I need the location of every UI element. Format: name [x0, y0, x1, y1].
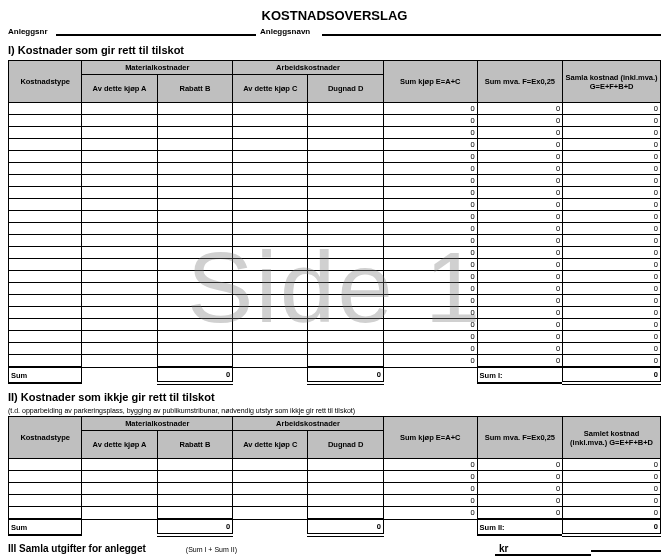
cell-f: 0	[477, 283, 563, 295]
cell-c	[233, 259, 308, 271]
cell-c	[233, 295, 308, 307]
cell-b	[157, 175, 232, 187]
hdr2-e: Sum kjøp E=A+C	[383, 417, 477, 459]
cell-c	[233, 139, 308, 151]
cell-type	[9, 175, 82, 187]
cell-f: 0	[477, 139, 563, 151]
cell-type	[9, 259, 82, 271]
table-row: 000	[9, 223, 661, 235]
table-row: 000	[9, 495, 661, 507]
cell-f: 0	[477, 151, 563, 163]
cell-a	[82, 283, 157, 295]
cell-d	[308, 103, 383, 115]
cell-type	[9, 319, 82, 331]
cell-f: 0	[477, 459, 563, 471]
cell-e: 0	[383, 211, 477, 223]
table-row: 000	[9, 259, 661, 271]
cell-d	[308, 459, 383, 471]
cell-g: 0	[563, 459, 661, 471]
cell-d	[308, 199, 383, 211]
cell-f: 0	[477, 163, 563, 175]
cell-d	[308, 319, 383, 331]
cell-type	[9, 471, 82, 483]
cell-e: 0	[383, 295, 477, 307]
table-row: 000	[9, 211, 661, 223]
cell-type	[9, 483, 82, 495]
cell-d	[308, 235, 383, 247]
cell-g: 0	[563, 103, 661, 115]
hdr-material-group: Materialkostnader	[82, 61, 233, 75]
section3-kr-label: kr	[495, 543, 591, 556]
cell-b	[157, 319, 232, 331]
cell-g: 0	[563, 319, 661, 331]
cell-d	[308, 355, 383, 368]
cell-g: 0	[563, 355, 661, 368]
cell-c	[233, 507, 308, 520]
cell-a	[82, 259, 157, 271]
cell-b	[157, 331, 232, 343]
table-row: 000	[9, 235, 661, 247]
cell-e: 0	[383, 483, 477, 495]
cell-type	[9, 295, 82, 307]
cell-f: 0	[477, 471, 563, 483]
cell-g: 0	[563, 115, 661, 127]
cell-g: 0	[563, 223, 661, 235]
anleggsnr-label: Anleggsnr	[8, 27, 56, 36]
cell-e: 0	[383, 355, 477, 368]
cell-f: 0	[477, 495, 563, 507]
cell-b	[157, 223, 232, 235]
cell-b	[157, 163, 232, 175]
cell-f: 0	[477, 103, 563, 115]
cell-g: 0	[563, 331, 661, 343]
cell-b	[157, 507, 232, 520]
hdr-g: Samla kostnad (inkl.mva.) G=E+F+B+D	[563, 61, 661, 103]
cell-c	[233, 307, 308, 319]
hdr-arbeid-group: Arbeidskostnader	[233, 61, 384, 75]
table-row: 000	[9, 343, 661, 355]
hdr2-c: Av dette kjøp C	[233, 431, 308, 459]
cell-e: 0	[383, 151, 477, 163]
sum-d: 0	[308, 367, 383, 383]
cell-d	[308, 139, 383, 151]
cell-a	[82, 471, 157, 483]
cell-e: 0	[383, 223, 477, 235]
table-row: 000	[9, 295, 661, 307]
sum-b: 0	[157, 367, 232, 383]
cell-c	[233, 343, 308, 355]
cell-b	[157, 115, 232, 127]
cell-c	[233, 223, 308, 235]
cell-c	[233, 127, 308, 139]
cell-type	[9, 211, 82, 223]
cell-f: 0	[477, 187, 563, 199]
cell-a	[82, 127, 157, 139]
anlegg-header: Anleggsnr Anleggsnavn	[8, 27, 661, 36]
cell-g: 0	[563, 471, 661, 483]
cell-b	[157, 103, 232, 115]
cell-e: 0	[383, 283, 477, 295]
section2-table: Kostnadstype Materialkostnader Arbeidsko…	[8, 416, 661, 537]
cell-b	[157, 343, 232, 355]
sum2-label: Sum	[9, 519, 82, 535]
cell-g: 0	[563, 307, 661, 319]
cell-type	[9, 103, 82, 115]
cell-a	[82, 459, 157, 471]
hdr2-b: Rabatt B	[157, 431, 232, 459]
hdr-c: Av dette kjøp C	[233, 75, 308, 103]
cell-a	[82, 331, 157, 343]
cell-f: 0	[477, 271, 563, 283]
cell-f: 0	[477, 483, 563, 495]
cell-c	[233, 187, 308, 199]
cell-f: 0	[477, 175, 563, 187]
cell-g: 0	[563, 151, 661, 163]
cell-a	[82, 319, 157, 331]
table-row: 000	[9, 319, 661, 331]
cell-c	[233, 151, 308, 163]
cell-type	[9, 127, 82, 139]
cell-c	[233, 103, 308, 115]
cell-c	[233, 319, 308, 331]
sum-right-label: Sum I:	[477, 367, 563, 383]
table-row: 000	[9, 483, 661, 495]
cell-e: 0	[383, 271, 477, 283]
cell-e: 0	[383, 459, 477, 471]
cell-a	[82, 355, 157, 368]
